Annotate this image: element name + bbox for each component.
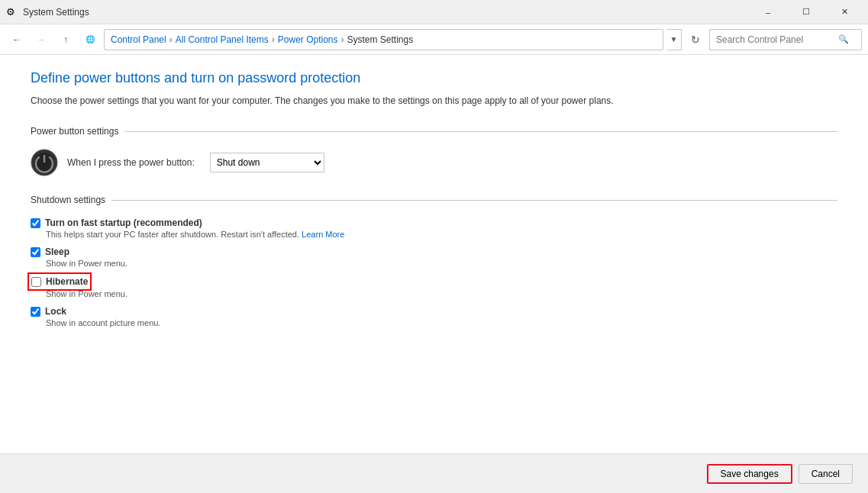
back-button[interactable]: ←: [6, 29, 27, 50]
power-button-row: When I press the power button: Do nothin…: [31, 149, 837, 176]
lock-item: Lock Show in account picture menu.: [31, 306, 837, 327]
recent-locations-button[interactable]: 🌐: [79, 29, 101, 50]
title-bar-controls: – ☐ ✕: [750, 0, 862, 24]
fast-startup-item: Turn on fast startup (recommended) This …: [31, 218, 837, 239]
fast-startup-checkbox[interactable]: [31, 218, 40, 228]
lock-label[interactable]: Lock: [45, 306, 66, 317]
search-input[interactable]: [716, 34, 838, 45]
shutdown-section-title: Shutdown settings: [31, 195, 105, 205]
sleep-row: Sleep: [31, 246, 837, 257]
cancel-button[interactable]: Cancel: [799, 464, 853, 484]
search-box[interactable]: 🔍: [709, 29, 862, 50]
address-dropdown[interactable]: ▼: [666, 29, 682, 50]
power-button-label: When I press the power button:: [67, 157, 195, 168]
power-button-select[interactable]: Do nothing Sleep Hibernate Shut down Tur…: [210, 153, 324, 172]
footer: Save changes Cancel: [0, 453, 868, 493]
title-bar-text: System Settings: [23, 7, 750, 18]
power-icon: [31, 149, 58, 176]
refresh-button[interactable]: ↻: [685, 29, 706, 50]
sleep-desc: Show in Power menu.: [46, 259, 837, 268]
forward-button[interactable]: →: [31, 29, 52, 50]
up-button[interactable]: ↑: [55, 29, 76, 50]
breadcrumb-current: System Settings: [347, 34, 413, 45]
hibernate-checkbox[interactable]: [31, 277, 41, 287]
sleep-item: Sleep Show in Power menu.: [31, 246, 837, 268]
learn-more-link[interactable]: Learn More: [302, 230, 344, 239]
hibernate-desc: Show in Power menu.: [46, 289, 837, 298]
hibernate-item: Hibernate Show in Power menu.: [31, 276, 837, 298]
close-button[interactable]: ✕: [827, 0, 862, 24]
fast-startup-label[interactable]: Turn on fast startup (recommended): [45, 218, 202, 228]
title-bar: ⚙ System Settings – ☐ ✕: [0, 0, 868, 24]
lock-checkbox[interactable]: [31, 307, 40, 317]
sleep-checkbox[interactable]: [31, 247, 40, 257]
breadcrumb-control-panel[interactable]: Control Panel: [111, 34, 166, 45]
power-button-section-header: Power button settings: [31, 126, 837, 137]
fast-startup-desc: This helps start your PC faster after sh…: [46, 230, 837, 239]
app-icon: ⚙: [6, 6, 18, 18]
breadcrumb-power-options[interactable]: Power Options: [278, 34, 338, 45]
breadcrumb-all-items[interactable]: All Control Panel Items: [176, 34, 269, 45]
breadcrumb: Control Panel › All Control Panel Items …: [104, 29, 663, 50]
page-title: Define power buttons and turn on passwor…: [31, 70, 837, 86]
fast-startup-row: Turn on fast startup (recommended): [31, 218, 837, 228]
power-button-section-title: Power button settings: [31, 126, 118, 137]
hibernate-label[interactable]: Hibernate: [46, 276, 88, 287]
hibernate-row: Hibernate: [31, 276, 89, 288]
sleep-label[interactable]: Sleep: [45, 246, 69, 257]
lock-desc: Show in account picture menu.: [46, 318, 837, 327]
search-button[interactable]: 🔍: [838, 34, 849, 44]
page-description: Choose the power settings that you want …: [31, 94, 837, 108]
section-divider: [124, 131, 837, 132]
minimize-button[interactable]: –: [750, 0, 786, 24]
main-content: Define power buttons and turn on passwor…: [0, 55, 868, 453]
address-bar: ← → ↑ 🌐 Control Panel › All Control Pane…: [0, 24, 868, 55]
shutdown-section-header: Shutdown settings: [31, 195, 837, 205]
save-changes-button[interactable]: Save changes: [707, 464, 792, 484]
shutdown-section-divider: [111, 200, 837, 201]
lock-row: Lock: [31, 306, 837, 317]
maximize-button[interactable]: ☐: [789, 0, 824, 24]
